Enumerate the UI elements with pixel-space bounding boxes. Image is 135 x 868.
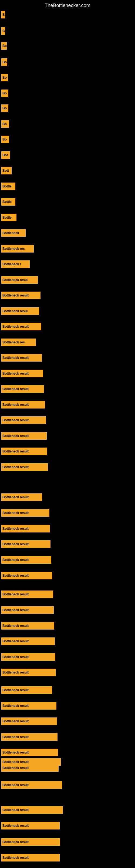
bar-label: Bottleneck res (1, 339, 36, 346)
bar-label: Bottleneck result (1, 749, 58, 756)
bar-label: Bottleneck result (1, 323, 41, 330)
bar-item: Bottleneck result (1, 416, 46, 424)
bar-item: Bottleneck result (1, 822, 60, 830)
bar-label: Bo (1, 90, 8, 97)
bar-item: Bottleneck result (1, 781, 62, 789)
bar-label: Bo (1, 74, 8, 82)
bar-item: Bottle (1, 214, 16, 221)
bar-label: Bottleneck result (1, 572, 52, 579)
bar-label: Bottleneck result (1, 401, 45, 408)
bar-label: Bottleneck result (1, 540, 50, 548)
bar-label: Bottleneck result (1, 606, 54, 614)
bar-label: Bottleneck result (1, 838, 60, 846)
bar-item: Bottleneck result (1, 572, 52, 579)
bar-label: Bottleneck result (1, 447, 47, 455)
bar-item: Bo (1, 120, 9, 128)
bar-item: B (1, 11, 5, 19)
bar-label: Bo (1, 58, 7, 66)
bar-label: Bottleneck result (1, 525, 50, 532)
bar-item: Bottleneck r (1, 260, 30, 268)
bar-label: Bottle (1, 183, 15, 190)
bar-label: Bottleneck result (1, 370, 43, 377)
bar-item: Bottleneck resul (1, 276, 38, 284)
bar-item: B (1, 27, 5, 35)
bar-label: Bottleneck result (1, 590, 53, 598)
bar-item: Bot (1, 151, 10, 159)
bar-item: Bottleneck resul (1, 307, 39, 315)
bar-item: Bo (1, 58, 7, 66)
bar-item: Bottleneck result (1, 606, 54, 614)
bar-item: Bo (1, 135, 9, 143)
bar-item: Bottleneck result (1, 432, 47, 440)
bar-item: Bottleneck res (1, 245, 34, 252)
bar-item: Bo (1, 74, 8, 82)
bar-item: Bottle (1, 183, 15, 190)
bar-item: Bottleneck result (1, 717, 57, 725)
bar-item: Bottle (1, 198, 15, 206)
bar-label: Bot (1, 151, 10, 159)
bar-label: Bottleneck r (1, 260, 30, 268)
bar-item: Bottleneck (1, 229, 26, 237)
bar-label: Bo (1, 42, 7, 50)
site-title: TheBottlenecker.com (0, 0, 135, 10)
bar-item: Bottleneck result (1, 509, 49, 517)
bar-label: Bottleneck result (1, 638, 55, 645)
page-wrapper: TheBottlenecker.com BBBoBoBoBoBoBoBoBotB… (0, 0, 135, 868)
bar-item: Bottleneck result (1, 323, 41, 330)
bar-item: Bottleneck result (1, 622, 54, 629)
bar-label: Bottleneck result (1, 463, 48, 471)
bar-label: Bottleneck result (1, 493, 42, 501)
bar-item: Bottleneck result (1, 749, 58, 756)
bar-item: Bottleneck result (1, 702, 56, 710)
bar-item: Bottleneck result (1, 493, 42, 501)
bar-label: Bottleneck resul (1, 307, 39, 315)
bar-label: Bottleneck result (1, 432, 47, 440)
bar-label: Bottleneck result (1, 354, 42, 362)
bar-item: Bottleneck result (1, 686, 52, 694)
bar-label: Bottleneck result (1, 622, 54, 629)
bar-label: Bottleneck result (1, 385, 44, 393)
bar-item: Bottleneck result (1, 854, 60, 862)
bar-label: Bottleneck result (1, 416, 46, 424)
bar-item: Bottleneck result (1, 401, 45, 408)
bar-item: Bottleneck result (1, 354, 42, 362)
bar-label: Bottle (1, 198, 15, 206)
bar-label: Bottleneck res (1, 245, 34, 252)
bar-label: Bottleneck result (1, 669, 56, 676)
bar-label: Bottleneck result (1, 509, 49, 517)
bar-item: Bottleneck result (1, 669, 56, 676)
bar-item: Bottleneck result (1, 463, 48, 471)
bar-item: Bottleneck result (1, 764, 58, 772)
bar-item: Bottleneck result (1, 447, 47, 455)
bar-label: Bottleneck result (1, 702, 56, 710)
bar-label: Bott (1, 167, 12, 175)
bar-label: Bottleneck result (1, 653, 55, 661)
bar-label: Bottleneck result (1, 686, 52, 694)
bar-item: Bottleneck result (1, 385, 44, 393)
bar-item: Bottleneck result (1, 733, 57, 741)
bar-label: Bottleneck result (1, 764, 58, 772)
bar-label: Bottleneck result (1, 806, 63, 814)
bar-label: Bottleneck result (1, 781, 62, 789)
bar-item: Bott (1, 167, 12, 175)
bar-label: Bottleneck result (1, 717, 57, 725)
bar-item: Bottleneck res (1, 339, 36, 346)
bar-item: Bottleneck result (1, 370, 43, 377)
bar-item: Bo (1, 42, 7, 50)
bar-item: Bottleneck result (1, 653, 55, 661)
bar-label: Bottle (1, 214, 16, 221)
bar-label: Bo (1, 135, 9, 143)
bar-item: Bottleneck result (1, 806, 63, 814)
bar-label: Bottleneck result (1, 556, 51, 564)
bar-label: Bottleneck (1, 229, 26, 237)
bar-label: Bottleneck resul (1, 276, 38, 284)
bar-item: Bo (1, 104, 8, 112)
bar-label: B (1, 27, 5, 35)
bar-label: Bottleneck result (1, 733, 57, 741)
bar-item: Bottleneck result (1, 540, 50, 548)
bar-label: Bo (1, 104, 8, 112)
bar-item: Bottleneck result (1, 525, 50, 532)
bar-item: Bottleneck result (1, 556, 51, 564)
bar-label: Bottleneck result (1, 854, 60, 862)
bar-item: Bo (1, 90, 8, 97)
